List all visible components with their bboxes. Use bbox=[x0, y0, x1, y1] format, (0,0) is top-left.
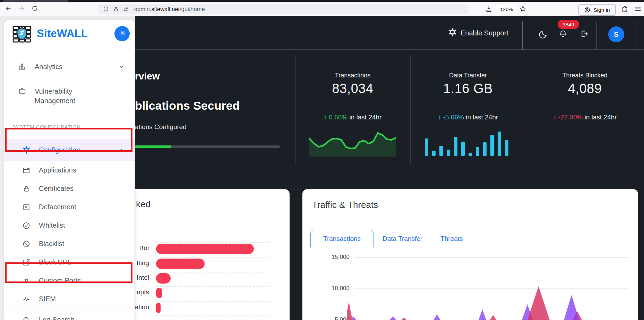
browser-toolbar: admin.sitewall.net/gui/home 120% Sign in bbox=[0, 2, 644, 16]
dashed-gridline bbox=[156, 315, 269, 316]
signin-button[interactable]: Sign in bbox=[578, 4, 616, 16]
tab-transactions[interactable]: Transactions bbox=[310, 230, 373, 247]
window-icon bbox=[22, 166, 31, 175]
shield-icon[interactable] bbox=[103, 6, 109, 12]
search-icon bbox=[22, 316, 31, 320]
sidebar-item-applications[interactable]: Applications bbox=[4, 161, 135, 179]
transactions-sparkline bbox=[309, 129, 396, 157]
check-circle-icon bbox=[22, 221, 31, 230]
bar bbox=[156, 273, 171, 284]
stat-delta: ↑ 0.66% in last 24hr bbox=[295, 113, 410, 121]
extensions-puzzle-icon[interactable] bbox=[621, 5, 629, 14]
sidebar-item-siem[interactable]: SIEM bbox=[4, 290, 135, 308]
data-transfer-sparkline bbox=[425, 129, 512, 157]
sidebar-item-blacklist[interactable]: Blacklist bbox=[4, 235, 135, 253]
dark-mode-toggle[interactable] bbox=[538, 30, 548, 41]
stat-threats-blocked: Threats Blocked4,089↓ -22.00% in last 24… bbox=[526, 54, 644, 166]
sidebar-item-certificates[interactable]: Certificates bbox=[4, 179, 135, 198]
stat-value: 4,089 bbox=[526, 81, 644, 96]
stat-data-transfer: Data Transfer1.16 GB↓ -5.66% in last 24h… bbox=[410, 54, 526, 166]
bar-chart-icon bbox=[18, 62, 26, 71]
sidebar-item-label: Whitelist bbox=[39, 221, 65, 230]
traffic-card-title: Traffic & Threats bbox=[312, 200, 378, 210]
sidebar-item-label: Defacement bbox=[39, 202, 76, 212]
slash-circle-icon bbox=[22, 240, 31, 248]
avatar[interactable]: S bbox=[608, 26, 624, 42]
bar bbox=[156, 303, 161, 313]
permissions-icon[interactable] bbox=[123, 6, 129, 12]
card-divider bbox=[311, 220, 630, 220]
moon-icon bbox=[538, 30, 548, 41]
stat-transactions: Transactions83,034↑ 0.66% in last 24hr bbox=[295, 54, 410, 166]
url-text: admin.sitewall.net/gui/home bbox=[134, 6, 205, 12]
header-divider bbox=[522, 22, 523, 50]
stat-value: 1.16 GB bbox=[410, 81, 526, 96]
brand-name: SiteWALL bbox=[37, 27, 88, 40]
zoom-level-chip[interactable]: 120% bbox=[497, 5, 516, 14]
notification-badge: 3849 bbox=[558, 20, 579, 29]
traffic-chart bbox=[347, 255, 638, 320]
logout-icon bbox=[580, 29, 589, 40]
person-circle-icon bbox=[584, 7, 591, 13]
stat-label: Transactions bbox=[295, 72, 410, 79]
tab-threats[interactable]: Threats bbox=[431, 230, 472, 247]
sidebar-item-analytics[interactable]: Analytics bbox=[4, 57, 135, 76]
reload-button[interactable] bbox=[29, 3, 40, 15]
sidebar-item-label: Applications bbox=[39, 166, 76, 175]
bar bbox=[156, 259, 205, 269]
sidebar-item-label: Log Search bbox=[39, 315, 74, 320]
annotation-box-configuration bbox=[5, 128, 132, 152]
x-square-icon bbox=[22, 203, 31, 211]
sidebar-item-label: Analytics bbox=[35, 62, 62, 71]
y-axis-tick: 5,000 bbox=[321, 316, 350, 320]
url-bar[interactable]: admin.sitewall.net/gui/home bbox=[98, 4, 469, 14]
tab-data-transfer[interactable]: Data Transfer bbox=[373, 230, 431, 247]
bookmark-star-icon[interactable] bbox=[519, 5, 527, 14]
stat-label: Threats Blocked bbox=[526, 72, 644, 79]
chevron-down-icon bbox=[118, 63, 125, 70]
y-axis-tick: 15,000 bbox=[321, 254, 350, 261]
applications-configured-text: ations Configured bbox=[135, 123, 187, 131]
dashed-gridline bbox=[156, 272, 269, 272]
sidebar-divider bbox=[4, 310, 135, 310]
forward-button[interactable] bbox=[16, 3, 27, 15]
sidebar-item-vulnerability-management[interactable]: Vulnerability Management bbox=[4, 86, 135, 112]
dashed-gridline bbox=[156, 301, 269, 302]
sidebar-item-log-search[interactable]: Log Search bbox=[4, 311, 135, 320]
sidebar-item-whitelist[interactable]: Whitelist bbox=[4, 216, 135, 235]
annotation-box-custom-ports bbox=[5, 262, 132, 283]
y-axis-tick: 10,000 bbox=[321, 285, 350, 292]
signin-label: Sign in bbox=[593, 7, 610, 13]
menu-hamburger-icon[interactable] bbox=[634, 5, 642, 14]
lock-icon[interactable] bbox=[113, 6, 119, 12]
activity-icon bbox=[22, 295, 31, 303]
enable-support-button[interactable]: Enable Support bbox=[448, 16, 508, 50]
reload-icon bbox=[31, 5, 38, 13]
back-icon bbox=[5, 5, 12, 13]
applications-secured-text: blications Secured bbox=[135, 99, 240, 112]
sidebar-item-defacement[interactable]: Defacement bbox=[4, 198, 135, 216]
forward-icon bbox=[18, 5, 25, 13]
sidebar-collapse-button[interactable] bbox=[114, 26, 130, 41]
stat-value: 83,034 bbox=[295, 81, 410, 96]
dashed-gridline bbox=[156, 257, 269, 258]
sidebar-item-label: Certificates bbox=[39, 184, 74, 193]
sidebar-item-label: Blacklist bbox=[39, 239, 64, 249]
bell-icon bbox=[558, 29, 568, 40]
stat-label: Data Transfer bbox=[410, 72, 526, 79]
tv-icon bbox=[18, 87, 26, 95]
notifications-button[interactable] bbox=[558, 29, 568, 40]
gear-icon bbox=[448, 28, 457, 38]
header-divider bbox=[596, 22, 597, 50]
bar bbox=[156, 288, 162, 298]
downloads-icon[interactable] bbox=[485, 5, 493, 14]
header-divider bbox=[636, 22, 636, 50]
configured-progress-bar bbox=[135, 145, 280, 148]
dashed-gridline bbox=[156, 242, 269, 243]
overview-title: rview bbox=[135, 71, 160, 82]
sidebar-item-label: Vulnerability Management bbox=[35, 87, 94, 106]
page: Enable Support 3849 S rview blications S… bbox=[0, 0, 644, 320]
logout-button[interactable] bbox=[580, 29, 589, 40]
dashed-gridline bbox=[156, 286, 269, 287]
back-button[interactable] bbox=[3, 3, 14, 15]
